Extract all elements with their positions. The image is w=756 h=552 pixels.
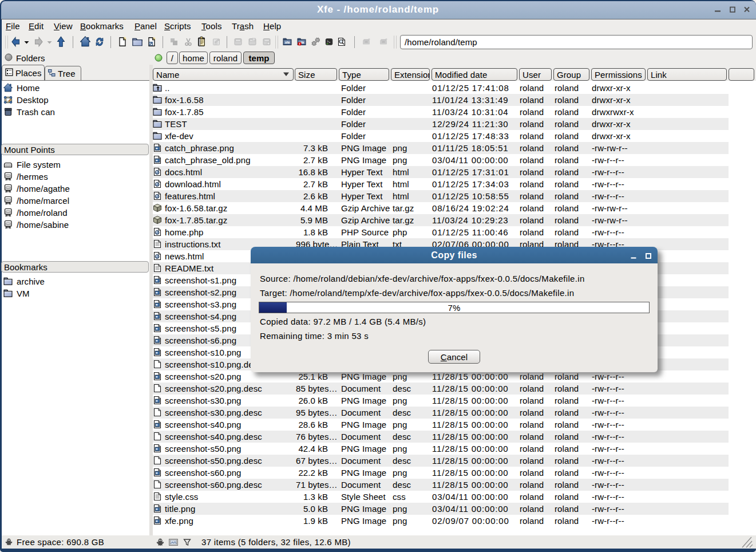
- svg-text:xfe: xfe: [284, 41, 290, 44]
